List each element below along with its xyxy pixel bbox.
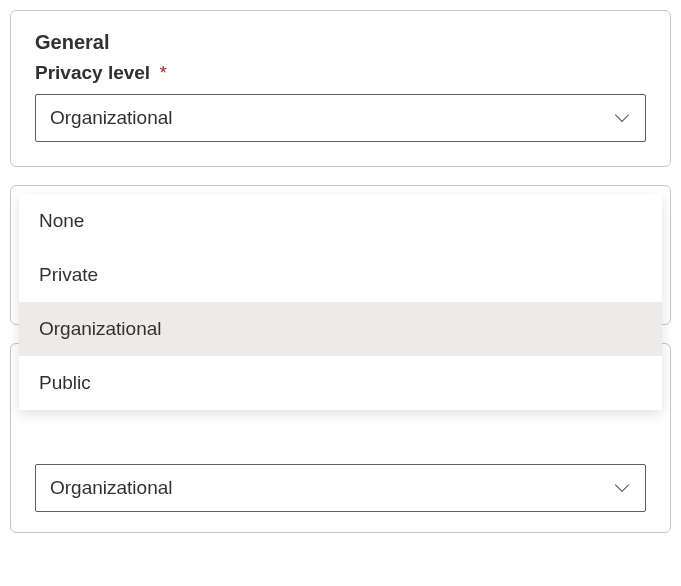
option-organizational[interactable]: Organizational [19,302,662,356]
section-title-general: General [35,31,646,54]
option-none[interactable]: None [19,194,662,248]
lower-section-card: None Private Organizational Public Organ… [10,343,671,533]
required-indicator: * [159,62,166,83]
general-section-card: General Privacy level * Organizational [10,10,671,167]
option-private[interactable]: Private [19,248,662,302]
privacy-level-label-text: Privacy level [35,62,150,83]
privacy-level-dropdown-expanded-value: Organizational [50,477,173,499]
privacy-level-label: Privacy level * [35,62,646,84]
privacy-level-dropdown[interactable]: Organizational [35,94,646,142]
chevron-down-icon [613,109,631,127]
privacy-level-dropdown-value: Organizational [50,107,173,129]
chevron-down-icon [613,479,631,497]
privacy-level-dropdown-expanded[interactable]: Organizational [35,464,646,512]
option-public[interactable]: Public [19,356,662,410]
privacy-level-listbox[interactable]: None Private Organizational Public [19,194,662,410]
